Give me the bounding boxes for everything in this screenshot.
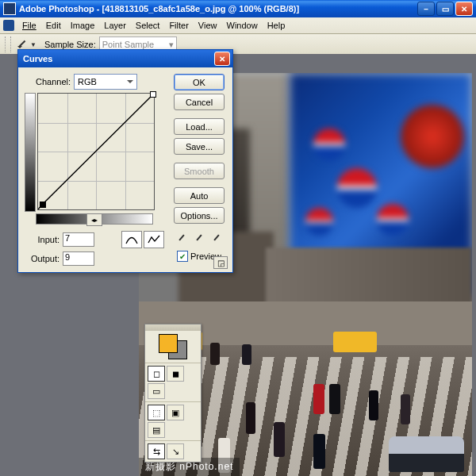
tool-preset-arrow-icon[interactable]: ▼ (30, 41, 36, 48)
sample-size-label: Sample Size: (44, 40, 96, 49)
menu-view[interactable]: View (194, 19, 222, 32)
jump-to2-icon[interactable]: ↘ (167, 443, 184, 459)
options-button[interactable]: Options... (174, 207, 225, 224)
channel-select[interactable]: RGB (74, 74, 137, 90)
panel-header[interactable] (145, 324, 201, 331)
screen-mode3-icon[interactable]: ▤ (148, 422, 165, 438)
screen-mode2-icon[interactable]: ▣ (167, 405, 184, 420)
white-point-eyedropper-icon[interactable] (209, 233, 224, 246)
curve-tool-icon[interactable] (121, 231, 142, 248)
mask-mode2-icon[interactable]: ◼ (167, 366, 184, 382)
load-button[interactable]: Load... (174, 118, 225, 135)
expand-dialog-icon[interactable]: ◲ (213, 256, 228, 269)
ok-button[interactable]: OK (174, 74, 225, 90)
curve-handle-shadow[interactable] (40, 202, 46, 208)
titlebar: Adobe Photoshop - [418813105_c8afc1a58e_… (0, 0, 476, 17)
window-title: Adobe Photoshop - [418813105_c8afc1a58e_… (19, 4, 299, 13)
input-gradient: ◂▸ (36, 213, 153, 225)
gray-point-eyedropper-icon[interactable] (192, 233, 206, 246)
menu-edit[interactable]: Edit (41, 19, 66, 32)
output-gradient (25, 93, 36, 212)
screen-mode-icon[interactable]: ⬚ (148, 405, 165, 420)
output-label: Output: (25, 254, 60, 263)
curve-handle-highlight[interactable] (150, 91, 156, 98)
smooth-button: Smooth (174, 163, 225, 179)
curves-dialog: Curves ✕ Channel: RGB (17, 49, 233, 273)
menu-select[interactable]: Select (131, 19, 165, 32)
preview-checkbox[interactable]: ✔ (177, 251, 188, 262)
channel-label: Channel: (36, 77, 71, 86)
input-label: Input: (25, 235, 60, 244)
app-icon (3, 2, 16, 15)
menu-filter[interactable]: Filter (164, 19, 193, 32)
maximize-button[interactable]: ▭ (436, 2, 454, 16)
menu-help[interactable]: Help (263, 19, 290, 32)
minimize-button[interactable]: – (417, 2, 435, 16)
input-field[interactable]: 7 (63, 232, 94, 247)
save-button[interactable]: Save... (174, 138, 225, 155)
menubar: File Edit Image Layer Select Filter View… (0, 17, 476, 34)
grip-icon[interactable] (5, 36, 11, 52)
mask-mode-icon[interactable]: ◻ (148, 366, 165, 382)
auto-button[interactable]: Auto (174, 187, 225, 204)
window-buttons: – ▭ ✕ (416, 2, 473, 16)
menu-window[interactable]: Window (222, 19, 263, 32)
black-point-eyedropper-icon[interactable] (175, 233, 189, 246)
cancel-button[interactable]: Cancel (174, 94, 225, 110)
output-field[interactable]: 9 (63, 251, 94, 266)
sampler-group (173, 233, 225, 246)
gradient-toggle-button[interactable]: ◂▸ (86, 213, 102, 226)
layer-comps-panel[interactable]: ◻ ◼ ▭ ⬚ ▣ ▤ ⇆ ↘ (144, 324, 202, 463)
close-button[interactable]: ✕ (455, 2, 473, 16)
dialog-titlebar[interactable]: Curves ✕ (18, 50, 232, 67)
ps-menu-icon[interactable] (3, 20, 14, 31)
menu-image[interactable]: Image (66, 19, 100, 32)
menu-layer[interactable]: Layer (99, 19, 131, 32)
pencil-tool-icon[interactable] (144, 231, 164, 248)
dialog-close-button[interactable]: ✕ (214, 52, 230, 66)
curves-grid[interactable] (37, 93, 155, 210)
mask-mode3-icon[interactable]: ▭ (148, 383, 165, 399)
foreground-swatch[interactable] (159, 334, 178, 353)
jump-to-icon[interactable]: ⇆ (148, 443, 165, 459)
menu-file[interactable]: File (17, 19, 41, 32)
